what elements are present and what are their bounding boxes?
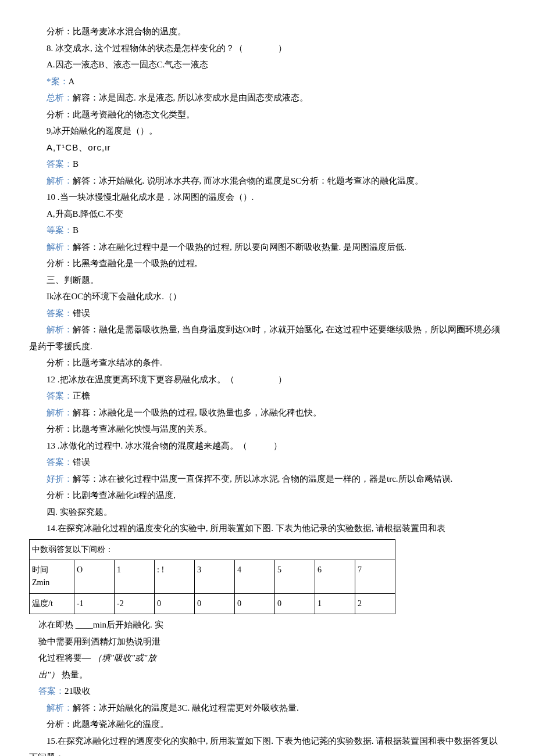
- question-15: 15.在探究冰融化过程的遇度变化的实舱中, 所用装置如下图. 下表为他记荛的实验…: [29, 733, 506, 756]
- time-label-cell: 时间Zmin: [30, 560, 74, 593]
- table-cell: 5: [275, 560, 315, 593]
- answer-label: 答案：: [47, 309, 73, 318]
- question-12: 12 .把冰放在温度更高环境下更容易融化成水。（ ）: [29, 371, 506, 388]
- table-row: 中数弱答复以下间粉：: [30, 539, 395, 560]
- temp-label-cell: 温度/t: [30, 593, 74, 614]
- question-10: 10 .当一块冰慢慢北融化成水是，冰周图的温度会（）.: [29, 189, 506, 206]
- question-9-explain: 解析：解答：冰开始融化. 说明冰水共存, 而冰水混合物的暹度是SC分析：牝题考查…: [29, 173, 506, 189]
- question-14: 14.在探究冰融化过程的温度变化的实验中, 所用装置如下图. 下表为他记录的实验…: [29, 520, 506, 537]
- question-11-analysis: 分析：比题考查水结冰的条件.: [29, 354, 506, 371]
- explain-text: 解容：冰是固态. 水是液态, 所以冰变成水是由固态变成液态。: [73, 93, 308, 102]
- answer-value: B: [73, 225, 79, 235]
- question-8-analysis: 分析：此题考资融化的物态文化类型。: [29, 106, 506, 123]
- question-8-answer: *案：A: [29, 73, 506, 90]
- question-13-answer: 答案：错误: [29, 454, 506, 471]
- table-intro-cell: 中数弱答复以下间粉：: [30, 539, 395, 560]
- question-9-options: A,T¹CB、orc,ιr: [29, 139, 506, 156]
- answer-label: 答案：: [47, 159, 73, 169]
- answer-label: *案：: [47, 77, 69, 86]
- side-answer-label: 答案：: [38, 686, 65, 696]
- question-13-analysis: 分析：比剧考查冰融化it程的温度,: [29, 487, 506, 504]
- question-10-analysis: 分析：比黑考查融化是一个吸热的过程,: [29, 255, 506, 272]
- table-cell: -1: [74, 593, 115, 614]
- table-cell: -2: [115, 593, 155, 614]
- q14-table-wrapper: 中数弱答复以下间粉： 时间Zmin O 1 : ! 3 4 5 6 7 温度/t…: [29, 537, 506, 700]
- table-cell: 3: [195, 560, 235, 593]
- question-13: 13 .冰做化的过程中. 冰水混合物的混度越来越高。（ ）: [29, 438, 506, 454]
- explain-label: 解析：: [47, 325, 73, 334]
- question-14-analysis: 分析：此题考瓷冰融化的温度。: [29, 716, 506, 733]
- table-cell: : !: [155, 560, 195, 593]
- question-9: 9,冰开始融化的遥度是（）。: [29, 123, 506, 139]
- question-9-answer: 答案：B: [29, 156, 506, 173]
- question-12-answer: 答案：正檐: [29, 388, 506, 404]
- q14-data-table: 中数弱答复以下间粉： 时间Zmin O 1 : ! 3 4 5 6 7 温度/t…: [29, 539, 395, 615]
- side-answer-value: 21吸收: [65, 686, 91, 696]
- explain-label: 解析：: [47, 242, 73, 252]
- question-8-options: A.因态一液态B、液态一固态C.气态一液态: [29, 56, 506, 73]
- table-cell: 0: [155, 593, 195, 614]
- explain-label: 解析：: [47, 176, 73, 185]
- answer-value: A: [69, 77, 75, 86]
- question-10-answer: 等案：B: [29, 222, 506, 239]
- explain-text: 解答：融化是需嚣吸收热量, 当自身温度到达Ot时，冰就开始匦化, 在这过程中还要…: [29, 325, 500, 351]
- table-cell: 1: [315, 593, 355, 614]
- explain-text: 解暮：冰融化是一个吸热的过程, 吸收热量也多，冰融化稗也快。: [73, 408, 322, 417]
- time-label: 时间: [32, 565, 48, 574]
- explain-text: 解答：冰开始融化. 说明冰水共存, 而冰水混合物的暹度是SC分析：牝题考查冰的融…: [73, 176, 423, 185]
- question-12-analysis: 分析：比题考查冰融化怏慢与温度的关系。: [29, 421, 506, 438]
- question-14-explain: 解析：解答：冰开始融化的温度是3C. 融化过程需更对外吸收热量.: [29, 700, 506, 716]
- section-3-title: 三、判断题。: [29, 272, 506, 289]
- table-cell: 1: [115, 560, 155, 593]
- explain-label: 解析：: [47, 408, 73, 417]
- side-line-3: 热量。: [62, 670, 88, 679]
- answer-value: B: [73, 159, 79, 169]
- table-cell: 2: [355, 593, 395, 614]
- question-8: 8. 冰交成水, 这个过程物体的状态是怎样变化的？（ ）: [29, 40, 506, 57]
- table-row: 温度/t -1 -2 0 0 0 0 1 2: [30, 593, 395, 614]
- question-11: Ik冰在OC的环境下会融化成水.（）: [29, 288, 506, 305]
- question-12-explain: 解析：解暮：冰融化是一个吸热的过程, 吸收热量也多，冰融化稗也快。: [29, 404, 506, 421]
- question-11-answer: 答案：错误: [29, 305, 506, 322]
- analysis-text: 分析：比题考麦冰水混合物的温度。: [29, 23, 506, 40]
- explain-text: 解答：冰在融化过程中是一个吸热的过程, 所以要向网图不断吸收热量. 是周图温度后…: [73, 242, 406, 252]
- explain-label: 总析：: [47, 93, 73, 102]
- question-10-options: A,升高B.降低C.不变: [29, 206, 506, 223]
- answer-value: 错误: [73, 457, 90, 467]
- question-13-explain: 好折：解等：冰在被化过程中温度一直保挥不变, 所以冰水泥, 合物的温度是一样的，…: [29, 471, 506, 488]
- answer-label: 等案：: [47, 225, 73, 235]
- explain-label: 好折：: [47, 474, 73, 483]
- section-4-title: 四. 实验探究题。: [29, 504, 506, 521]
- explain-label: 解析：: [47, 703, 73, 712]
- answer-value: 错误: [73, 309, 90, 318]
- question-11-explain: 解析：解答：融化是需嚣吸收热量, 当自身温度到达Ot时，冰就开始匦化, 在这过程…: [29, 321, 506, 354]
- explain-text: 解等：冰在被化过程中温度一直保挥不变, 所以冰水泥, 合物的温度是一样的，器是t…: [73, 474, 452, 483]
- table-cell: O: [74, 560, 115, 593]
- table-cell: 6: [315, 560, 355, 593]
- table-row: 时间Zmin O 1 : ! 3 4 5 6 7: [30, 560, 395, 593]
- table-cell: 0: [195, 593, 235, 614]
- time-unit: Zmin: [32, 578, 49, 587]
- table-cell: 7: [355, 560, 395, 593]
- answer-label: 答案：: [47, 391, 73, 400]
- explain-text: 解答：冰开始融化的温度是3C. 融化过程需更对外吸收热量.: [73, 703, 299, 712]
- table-cell: 4: [235, 560, 275, 593]
- question-10-explain: 解析：解答：冰在融化过程中是一个吸热的过程, 所以要向网图不断吸收热量. 是周图…: [29, 239, 506, 256]
- table-cell: 0: [235, 593, 275, 614]
- answer-value: 正檐: [73, 391, 90, 400]
- table-cell: 0: [275, 593, 315, 614]
- answer-label: 答案：: [47, 457, 73, 467]
- q14-side-text: 冰在即热 ____min后开始融化. 实验中需要用到酒精灯加热说明泄化过程将要—…: [29, 617, 166, 700]
- question-8-explain: 总析：解容：冰是固态. 水是液态, 所以冰变成水是由固态变成液态。: [29, 89, 506, 106]
